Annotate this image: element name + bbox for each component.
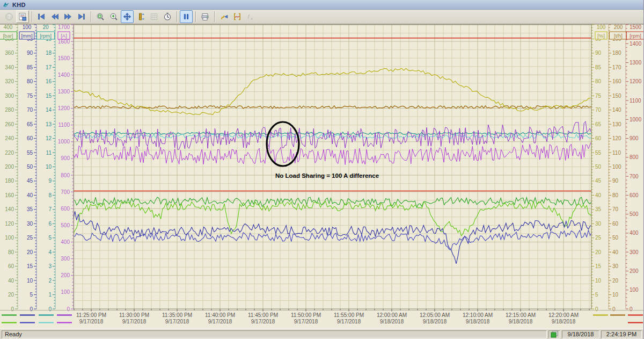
x-label-date: 9/17/2018	[79, 319, 104, 324]
tick-label: 75	[595, 93, 602, 99]
tick-label: 1400	[58, 72, 70, 78]
tick-label: 1000	[630, 117, 642, 122]
fast-forward-button[interactable]	[62, 10, 75, 23]
x-label-time: 12:00:00 AM	[377, 312, 407, 318]
tick-label: 1300	[58, 89, 70, 95]
x-label-date: 9/18/2018	[423, 319, 447, 324]
toolbar-separator	[91, 11, 92, 22]
zoom-in-button[interactable]	[107, 10, 120, 23]
tick-label: 900	[630, 135, 639, 141]
title-bar[interactable]: KHD	[0, 0, 643, 10]
svg-text:x: x	[250, 16, 253, 21]
x-label-date: 9/17/2018	[165, 319, 189, 324]
x-label-date: 9/18/2018	[466, 319, 490, 324]
tick-label: 800	[630, 154, 639, 160]
tick-label: 120	[5, 221, 14, 227]
status-connection-icon	[548, 330, 560, 338]
help-button[interactable]: ?	[3, 10, 16, 23]
x-label-date: 9/18/2018	[509, 319, 533, 324]
tick-label: 10	[46, 164, 52, 170]
tick-label: 11	[46, 150, 52, 156]
x-label-time: 11:55:00 PM	[334, 312, 364, 318]
print-button[interactable]	[199, 10, 211, 23]
axis-max-label: 1700	[58, 24, 70, 30]
tick-label: 100	[61, 289, 70, 295]
tick-label: 85	[27, 64, 33, 70]
tick-label: 100	[630, 287, 639, 293]
y-axis-mm: 0510152025303540455055606570758085909510…	[19, 24, 36, 312]
toolbar-separator	[177, 11, 178, 22]
tick-label: 600	[61, 206, 70, 212]
y-scale-button[interactable]	[134, 10, 147, 23]
tick-label: 20	[612, 278, 619, 284]
curve-select-button[interactable]	[217, 10, 230, 23]
cursor-mode-button[interactable]	[231, 10, 244, 23]
tick-label: 700	[630, 174, 639, 179]
toolbar: ?fx	[0, 10, 643, 24]
tick-label: 260	[5, 121, 14, 127]
pause-button[interactable]	[180, 10, 193, 23]
x-label-time: 11:45:00 PM	[248, 312, 278, 318]
toolbar-separator	[214, 11, 215, 22]
tick-label: 5	[595, 292, 598, 298]
axis-max-label: 400	[4, 24, 13, 30]
grid-icon	[150, 12, 158, 21]
tick-label: 60	[8, 263, 14, 269]
tick-label: 40	[595, 192, 602, 198]
tick-label: 140	[5, 206, 14, 212]
tick-label: 220	[5, 150, 14, 156]
grid-button[interactable]	[148, 10, 160, 23]
tick-label: 12	[46, 135, 52, 141]
application-window: KHD ?fx 02040608010012014016018020022024…	[0, 0, 644, 339]
tick-label: 30	[595, 221, 602, 227]
tick-label: 90	[595, 50, 602, 56]
window-title: KHD	[12, 2, 26, 8]
time-range-button[interactable]	[161, 10, 174, 23]
tick-label: 400	[630, 230, 639, 236]
x-axis: 11:25:00 PM9/17/201811:30:00 PM9/17/2018…	[0, 309, 644, 324]
help-icon: ?	[5, 12, 13, 21]
status-bar: Ready 9/18/2018 2:24:19 PM	[0, 329, 643, 339]
fast-backward-button[interactable]	[48, 10, 61, 23]
zoom-box-button[interactable]	[94, 10, 107, 23]
pan-icon	[123, 12, 131, 21]
tick-label: 1500	[58, 55, 70, 61]
y-axis-tph: 0102030405060708090100110120130140150160…	[609, 24, 627, 312]
tick-label: 17	[46, 64, 52, 70]
go-first-button[interactable]	[35, 10, 48, 23]
x-label-date: 9/18/2018	[380, 319, 404, 324]
pause-icon	[182, 12, 191, 21]
tick-label: 25	[27, 235, 33, 241]
tick-label: 200	[61, 272, 70, 278]
formula-button[interactable]: fx	[244, 10, 257, 23]
tick-label: 1200	[630, 78, 642, 84]
tick-label: 500	[61, 222, 70, 228]
tick-label: 100	[612, 164, 621, 170]
tick-label: 0	[48, 306, 52, 312]
tick-label: 65	[27, 121, 33, 127]
tick-label: 160	[5, 192, 14, 198]
toolbar-separator	[32, 11, 33, 22]
annotation-text: No Load Sharing = 100 A difference	[275, 172, 379, 179]
tick-label: 120	[612, 135, 621, 141]
tick-label: 180	[5, 178, 14, 184]
tick-label: 60	[595, 135, 602, 141]
tick-label: 140	[612, 107, 621, 113]
tick-label: 30	[27, 221, 33, 227]
tick-label: 200	[630, 268, 639, 274]
tick-label: 55	[27, 150, 33, 156]
tick-label: 400	[61, 239, 70, 245]
properties-button[interactable]	[16, 10, 29, 23]
tick-label: 70	[27, 107, 33, 113]
tick-label: 1	[48, 292, 52, 298]
pan-button[interactable]	[121, 10, 134, 23]
tick-label: 80	[612, 192, 619, 198]
axis-max-label: 100	[597, 24, 606, 30]
y-axis-rpm2: 0100200300400500600700800900100011001200…	[626, 24, 644, 312]
go-last-button[interactable]	[75, 10, 88, 23]
tick-label: 0	[67, 306, 70, 312]
tick-label: 70	[612, 206, 619, 212]
x-label-date: 9/18/2018	[552, 319, 576, 324]
tick-label: 100	[5, 235, 14, 241]
tick-label: 7	[48, 206, 52, 212]
